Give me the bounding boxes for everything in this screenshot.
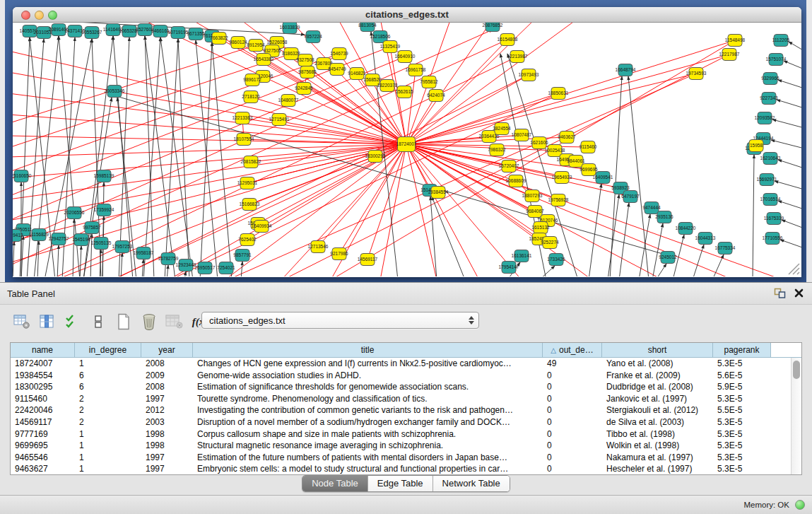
table-cell[interactable]: 5.3E-5 <box>713 452 771 464</box>
graph-node[interactable]: 12942757 <box>49 233 69 245</box>
graph-node[interactable]: 19958187 <box>134 247 154 259</box>
window-resize-grip[interactable] <box>789 264 799 274</box>
graph-node[interactable]: 10553267 <box>82 27 102 39</box>
table-cell[interactable]: 5.6E-5 <box>713 370 771 382</box>
table-cell[interactable]: 2012 <box>141 404 193 416</box>
graph-node[interactable]: 16154808 <box>498 34 518 46</box>
graph-node[interactable]: 1562615 <box>395 86 413 98</box>
graph-node[interactable]: 18807293 <box>522 190 543 202</box>
graph-node[interactable]: 20053346 <box>105 86 125 98</box>
graph-node[interactable]: 15692971 <box>757 174 777 186</box>
network-canvas[interactable]: 1405571720310538208914061437141510553267… <box>13 23 801 276</box>
select-columns-icon[interactable] <box>64 313 82 331</box>
graph-node[interactable]: 16033839 <box>280 23 300 34</box>
table-cell[interactable]: 0 <box>543 463 602 474</box>
graph-node[interactable]: 1545194 <box>72 234 90 246</box>
table-cell[interactable]: 5.3E-5 <box>713 393 771 405</box>
graph-node[interactable]: 19384554 <box>428 187 449 199</box>
graph-node[interactable]: 9857791 <box>233 250 252 262</box>
graph-node[interactable]: 16648794 <box>616 64 636 76</box>
table-cell[interactable]: Hescheler et al. (1997) <box>602 463 713 474</box>
graph-node[interactable]: 9975857 <box>83 222 101 234</box>
table-cell[interactable]: Disruption of a novel member of a sodium… <box>193 416 543 428</box>
network-window[interactable]: citations_edges.txt 14055717203105382089… <box>13 7 801 277</box>
table-cell[interactable]: 1 <box>75 440 141 452</box>
table-cell[interactable]: 6 <box>75 370 141 382</box>
table-row[interactable]: 911546021997Tourette syndrome. Phenomeno… <box>11 393 801 405</box>
graph-node[interactable]: 9860124 <box>229 37 247 49</box>
graph-node[interactable]: 9115460 <box>579 141 597 153</box>
graph-node[interactable]: 12715491 <box>269 114 290 126</box>
table-cell[interactable]: 49 <box>543 358 602 370</box>
graph-node[interactable]: 9245012 <box>659 252 677 264</box>
graph-node[interactable]: 12217987 <box>719 49 740 61</box>
graph-node[interactable]: 3824554 <box>493 123 511 135</box>
table-cell[interactable]: Stergiakouli et al. (2012) <box>602 404 713 416</box>
table-row[interactable]: 977716911998Corpus callosum shape and si… <box>11 428 801 440</box>
column-header-pagerank[interactable]: pagerank <box>713 343 771 358</box>
table-row[interactable]: 946554611997Estimation of the future num… <box>11 452 801 464</box>
table-vertical-scrollbar[interactable] <box>791 358 801 474</box>
table-cell[interactable]: 2009 <box>141 370 193 382</box>
graph-node[interactable]: 20815822 <box>241 156 261 168</box>
graph-node[interactable]: 17016514 <box>760 194 781 206</box>
new-table-icon[interactable] <box>114 313 133 331</box>
graph-node[interactable]: 7663822 <box>210 33 228 45</box>
graph-node[interactable]: 9463627 <box>558 132 576 144</box>
table-cell[interactable]: 5.9E-5 <box>713 381 771 393</box>
graph-node[interactable]: 7857224 <box>304 31 322 43</box>
graph-node[interactable]: 12093582 <box>755 112 775 124</box>
table-cell[interactable]: 1 <box>75 428 141 440</box>
graph-node[interactable]: 15751074 <box>766 54 787 66</box>
column-header-name[interactable]: name <box>11 343 75 358</box>
table-row[interactable]: 946362711997Embryonic stem cells: a mode… <box>11 463 801 474</box>
network-window-titlebar[interactable]: citations_edges.txt <box>13 7 801 23</box>
graph-node[interactable]: 9671355 <box>187 28 205 40</box>
table-cell[interactable]: 0 <box>543 381 602 393</box>
table-row[interactable]: 1456911722003Disruption of a novel membe… <box>11 416 801 428</box>
graph-node[interactable]: 11295031 <box>237 177 258 189</box>
table-row[interactable]: 1938455462009Genome-wide association stu… <box>11 370 801 382</box>
table-cell[interactable]: Structural magnetic resonance image aver… <box>193 440 543 452</box>
table-cell[interactable]: Nakamura et al. (1997) <box>602 452 713 464</box>
graph-node[interactable]: 15166823 <box>240 199 260 211</box>
graph-node[interactable]: 12923448 <box>176 259 196 271</box>
graph-node[interactable]: 12213987 <box>507 51 528 63</box>
graph-node[interactable]: 19734593 <box>686 68 707 80</box>
table-cell[interactable]: 2008 <box>141 381 193 393</box>
graph-node[interactable]: 11675339 <box>764 213 784 225</box>
table-cell[interactable]: Genome-wide association studies in ADHD. <box>193 370 543 382</box>
table-cell[interactable]: Estimation of significance thresholds fo… <box>193 381 543 393</box>
graph-node[interactable]: 6479197 <box>621 191 640 203</box>
graph-node[interactable]: 7625402 <box>238 234 257 246</box>
table-cell[interactable]: 1 <box>75 452 141 464</box>
table-cell[interactable]: 9463627 <box>11 463 75 474</box>
graph-node[interactable]: 10480077 <box>278 95 299 107</box>
table-cell[interactable]: 5.3E-5 <box>713 463 771 474</box>
table-cell[interactable]: 0 <box>543 393 602 405</box>
graph-node[interactable]: 8912954 <box>247 40 265 52</box>
graph-node[interactable]: 10688609 <box>506 175 526 187</box>
graph-node[interactable]: 9896172 <box>243 74 261 86</box>
column-header-short[interactable]: short <box>602 343 713 358</box>
graph-node[interactable]: 19756928 <box>548 194 569 206</box>
graph-node[interactable]: 16775334 <box>715 243 736 255</box>
graph-node[interactable]: 16210643 <box>760 153 781 165</box>
table-cell[interactable]: 9699695 <box>11 440 75 452</box>
table-cell[interactable]: 19384554 <box>11 370 75 382</box>
network-canvas-container[interactable]: 1405571720310538208914061437141510553267… <box>13 23 801 276</box>
table-cell[interactable]: 5.3E-5 <box>713 416 771 428</box>
scrollbar-thumb[interactable] <box>793 361 800 379</box>
column-header-in_degree[interactable]: in_degree <box>75 343 141 358</box>
table-cell[interactable]: 1997 <box>141 393 193 405</box>
graph-node[interactable]: 9327508 <box>296 54 314 66</box>
graph-node[interactable]: 1112205 <box>772 35 790 47</box>
graph-node[interactable]: 1615132 <box>531 222 550 234</box>
table-cell[interactable]: 6 <box>75 381 141 393</box>
graph-node[interactable]: 26950517 <box>195 262 216 274</box>
graph-node[interactable]: 16640910 <box>395 51 416 63</box>
tab-edge-table[interactable]: Edge Table <box>368 476 433 491</box>
graph-node[interactable]: 9227343 <box>760 93 778 105</box>
table-cell[interactable]: 0 <box>543 416 602 428</box>
graph-node[interactable]: 10973493 <box>519 69 539 81</box>
